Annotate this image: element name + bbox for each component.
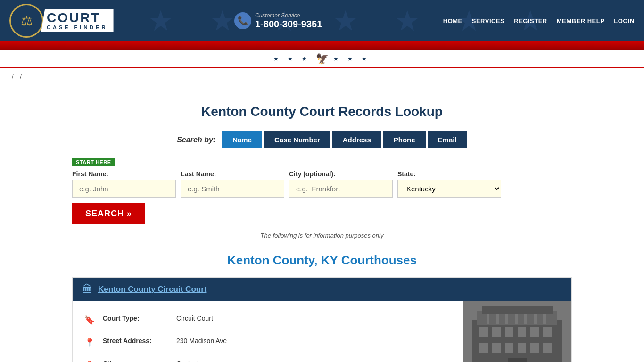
svg-rect-19 — [505, 314, 508, 324]
tab-name[interactable]: Name — [222, 131, 262, 148]
eagle-area: ★ ★ ★ 🦅 ★ ★ ★ — [273, 53, 371, 65]
first-name-field: First Name: — [72, 170, 176, 198]
nav-register[interactable]: REGISTER — [514, 17, 547, 25]
courthouse-icon: 🏛 — [82, 283, 92, 296]
svg-rect-7 — [518, 327, 526, 337]
court-type-value: Circuit Court — [176, 314, 213, 322]
main-nav: HOME SERVICES REGISTER MEMBER HELP LOGIN — [443, 17, 635, 25]
courthouses-title: Kenton County, KY Courthouses — [72, 253, 572, 268]
tab-case-number[interactable]: Case Number — [264, 131, 330, 148]
last-name-label: Last Name: — [181, 170, 284, 178]
svg-rect-12 — [505, 343, 513, 353]
tab-address[interactable]: Address — [332, 131, 381, 148]
nav-member-help[interactable]: MEMBER HELP — [557, 17, 605, 25]
cs-info: Customer Service 1-800-309-9351 — [255, 12, 322, 30]
search-tabs-row: Search by: Name Case Number Address Phon… — [72, 131, 572, 148]
logo-court-name: COURT — [47, 11, 108, 25]
page-title: Kenton County Court Records Lookup — [72, 104, 572, 119]
logo-case-finder: CASE FINDER — [47, 25, 108, 30]
city-label: City (optional): — [289, 170, 393, 178]
svg-rect-5 — [492, 327, 501, 337]
red-banner — [0, 41, 644, 50]
svg-rect-6 — [505, 327, 513, 337]
svg-rect-17 — [487, 314, 489, 324]
address-value: 230 Madison Ave — [176, 337, 227, 345]
info-text: The following is for information purpose… — [72, 232, 572, 239]
tab-email[interactable]: Email — [428, 131, 467, 148]
svg-rect-13 — [518, 343, 526, 353]
logo-text: COURT CASE FINDER — [41, 9, 114, 32]
stars-right: ★ ★ ★ — [333, 56, 371, 62]
court-type-icon: 🔖 — [84, 315, 95, 325]
nav-services[interactable]: SERVICES — [472, 17, 505, 25]
cs-label: Customer Service — [255, 12, 322, 19]
courthouse-header: 🏛 Kenton County Circuit Court — [73, 278, 571, 301]
cs-phone: 1-800-309-9351 — [255, 19, 322, 30]
tab-phone[interactable]: Phone — [383, 131, 426, 148]
svg-rect-21 — [524, 314, 527, 324]
address-icon: 📍 — [84, 337, 95, 348]
first-name-label: First Name: — [72, 170, 176, 178]
nav-home[interactable]: HOME — [443, 17, 462, 25]
nav-login[interactable]: LOGIN — [614, 17, 635, 25]
svg-rect-20 — [515, 314, 518, 324]
search-button[interactable]: SEARCH » — [72, 203, 145, 224]
customer-service: 📞 Customer Service 1-800-309-9351 — [234, 12, 322, 30]
city-input[interactable] — [289, 180, 393, 198]
breadcrumb-sep-1: / — [12, 73, 15, 80]
svg-rect-8 — [530, 327, 539, 337]
svg-rect-10 — [479, 343, 488, 353]
city-field: City (optional): — [289, 170, 393, 198]
breadcrumb-sep-2: / — [20, 73, 22, 80]
svg-rect-4 — [479, 327, 488, 337]
courthouse-card: 🏛 Kenton County Circuit Court 🔖 Court Ty… — [72, 277, 572, 362]
city-row: 📍 City: Covington — [84, 354, 452, 362]
breadcrumb: / / — [0, 68, 644, 85]
svg-rect-18 — [496, 314, 499, 324]
courthouse-body: 🔖 Court Type: Circuit Court 📍 Street Add… — [73, 301, 571, 362]
logo-area: ⚖ COURT CASE FINDER — [9, 4, 114, 38]
city-label-static: City: — [103, 360, 169, 362]
svg-rect-14 — [530, 343, 539, 353]
court-type-label: Court Type: — [103, 314, 169, 322]
logo-icon: ⚖ — [9, 4, 43, 38]
eagle-icon: 🦅 — [316, 53, 329, 65]
svg-rect-9 — [543, 327, 552, 337]
svg-rect-1 — [472, 320, 562, 362]
svg-rect-3 — [482, 306, 553, 314]
main-content: Kenton County Court Records Lookup Searc… — [63, 85, 581, 362]
svg-rect-11 — [492, 343, 501, 353]
last-name-input[interactable] — [181, 180, 284, 198]
svg-rect-16 — [508, 358, 527, 362]
start-here-badge: START HERE — [72, 158, 115, 166]
courthouse-name-link[interactable]: Kenton County Circuit Court — [98, 285, 206, 294]
courthouse-building-image — [463, 301, 571, 362]
courthouse-info: 🔖 Court Type: Circuit Court 📍 Street Add… — [73, 301, 463, 362]
stars-left: ★ ★ ★ — [273, 56, 311, 62]
first-name-input[interactable] — [72, 180, 176, 198]
eagle-banner: ★ ★ ★ 🦅 ★ ★ ★ — [0, 50, 644, 68]
search-form: First Name: Last Name: City (optional): … — [72, 170, 572, 224]
city-icon: 📍 — [84, 360, 95, 362]
state-field: State: Kentucky Alabama Alaska Arizona A… — [397, 170, 501, 198]
search-by-label: Search by: — [177, 136, 215, 144]
court-type-row: 🔖 Court Type: Circuit Court — [84, 309, 452, 331]
svg-rect-15 — [543, 343, 552, 353]
city-value: Covington — [176, 360, 206, 362]
svg-rect-22 — [534, 314, 537, 324]
last-name-field: Last Name: — [181, 170, 284, 198]
phone-icon: 📞 — [234, 12, 251, 29]
state-label: State: — [397, 170, 501, 178]
courthouse-image — [463, 301, 571, 362]
address-row: 📍 Street Address: 230 Madison Ave — [84, 331, 452, 354]
site-header: ★ ★ ★ ★ ★ ★ ★ ★ ⚖ COURT CASE FINDER 📞 Cu… — [0, 0, 644, 41]
state-select[interactable]: Kentucky Alabama Alaska Arizona Arkansas… — [397, 180, 501, 198]
address-label: Street Address: — [103, 337, 169, 345]
svg-rect-23 — [543, 314, 546, 324]
